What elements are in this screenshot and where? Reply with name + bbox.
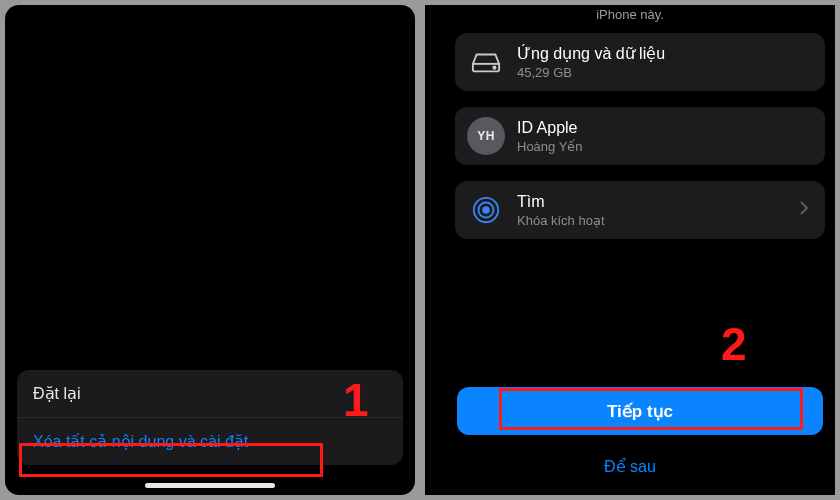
chevron-right-icon [799,200,813,220]
apple-id-card: YH ID Apple Hoàng Yến [455,107,825,165]
findmy-icon [467,191,505,229]
find-card[interactable]: Tìm Khóa kích hoạt [455,181,825,239]
find-sub: Khóa kích hoạt [517,213,787,228]
harddrive-icon [467,43,505,81]
reset-label: Đặt lại [33,385,81,402]
apps-data-text: Ứng dụng và dữ liệu 45,29 GB [517,44,813,80]
apps-data-title: Ứng dụng và dữ liệu [517,44,813,63]
screen-erase-confirm: iPhone này. Ứng dụng và dữ liệu 45,29 GB… [425,5,835,495]
apple-id-text: ID Apple Hoàng Yến [517,119,813,154]
annotation-step-2: 2 [721,317,747,371]
avatar-icon: YH [467,117,505,155]
apple-id-title: ID Apple [517,119,813,137]
annotation-step-1: 1 [343,373,369,427]
svg-point-1 [493,67,495,69]
find-title: Tìm [517,193,787,211]
find-text: Tìm Khóa kích hoạt [517,193,787,228]
home-indicator[interactable] [145,483,275,488]
svg-point-4 [483,207,489,213]
header-hint: iPhone này. [425,7,835,22]
apple-id-sub: Hoàng Yến [517,139,813,154]
later-label: Để sau [604,458,656,475]
apps-data-sub: 45,29 GB [517,65,813,80]
annotation-box-1 [19,443,323,477]
screen-reset-options: Đặt lại Xóa tất cả nội dung và cài đặt 1 [5,5,415,495]
annotation-box-2 [499,388,803,430]
apps-data-card: Ứng dụng và dữ liệu 45,29 GB [455,33,825,91]
later-link[interactable]: Để sau [425,457,835,476]
